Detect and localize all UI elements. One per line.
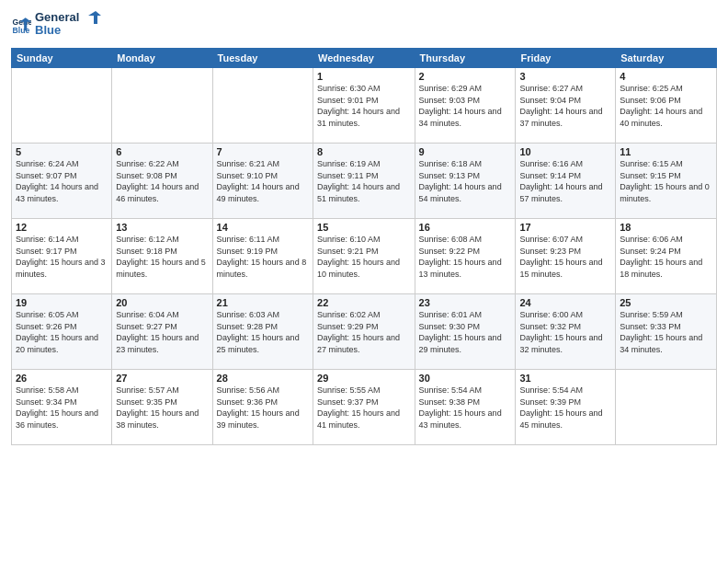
day-cell: 12Sunrise: 6:14 AM Sunset: 9:17 PM Dayli… <box>12 219 112 294</box>
svg-marker-5 <box>88 11 101 24</box>
day-info: Sunrise: 5:57 AM Sunset: 9:35 PM Dayligh… <box>116 385 208 431</box>
day-number: 1 <box>317 71 411 82</box>
weekday-header-friday: Friday <box>516 49 616 68</box>
day-cell: 20Sunrise: 6:04 AM Sunset: 9:27 PM Dayli… <box>112 294 212 370</box>
day-info: Sunrise: 6:08 AM Sunset: 9:22 PM Dayligh… <box>419 234 512 280</box>
day-number: 17 <box>519 222 611 233</box>
day-cell: 27Sunrise: 5:57 AM Sunset: 9:35 PM Dayli… <box>112 370 212 445</box>
day-cell: 28Sunrise: 5:56 AM Sunset: 9:36 PM Dayli… <box>212 370 313 445</box>
day-number: 10 <box>519 146 611 157</box>
week-row-4: 19Sunrise: 6:05 AM Sunset: 9:26 PM Dayli… <box>12 294 717 370</box>
svg-text:Blue: Blue <box>13 26 30 35</box>
day-info: Sunrise: 5:54 AM Sunset: 9:39 PM Dayligh… <box>519 385 611 431</box>
day-info: Sunrise: 6:30 AM Sunset: 9:01 PM Dayligh… <box>317 83 411 129</box>
svg-text:Blue: Blue <box>35 23 61 37</box>
day-cell: 11Sunrise: 6:15 AM Sunset: 9:15 PM Dayli… <box>616 144 717 219</box>
day-number: 9 <box>419 146 512 157</box>
day-cell: 14Sunrise: 6:11 AM Sunset: 9:19 PM Dayli… <box>212 219 313 294</box>
day-info: Sunrise: 6:14 AM Sunset: 9:17 PM Dayligh… <box>16 234 108 280</box>
week-row-5: 26Sunrise: 5:58 AM Sunset: 9:34 PM Dayli… <box>12 370 717 445</box>
day-cell <box>12 68 112 144</box>
day-number: 21 <box>217 297 309 308</box>
logo-icon: General Blue <box>11 15 31 35</box>
weekday-header-row: SundayMondayTuesdayWednesdayThursdayFrid… <box>12 49 717 68</box>
day-info: Sunrise: 6:03 AM Sunset: 9:28 PM Dayligh… <box>217 309 309 355</box>
day-cell: 7Sunrise: 6:21 AM Sunset: 9:10 PM Daylig… <box>212 144 313 219</box>
day-cell <box>616 370 717 445</box>
day-info: Sunrise: 6:00 AM Sunset: 9:32 PM Dayligh… <box>519 309 611 355</box>
day-info: Sunrise: 6:06 AM Sunset: 9:24 PM Dayligh… <box>620 234 712 280</box>
day-info: Sunrise: 6:05 AM Sunset: 9:26 PM Dayligh… <box>16 309 108 355</box>
day-cell: 3Sunrise: 6:27 AM Sunset: 9:04 PM Daylig… <box>516 68 616 144</box>
day-cell: 23Sunrise: 6:01 AM Sunset: 9:30 PM Dayli… <box>415 294 516 370</box>
day-number: 16 <box>419 222 512 233</box>
day-cell: 2Sunrise: 6:29 AM Sunset: 9:03 PM Daylig… <box>415 68 516 144</box>
day-cell <box>112 68 212 144</box>
day-cell: 6Sunrise: 6:22 AM Sunset: 9:08 PM Daylig… <box>112 144 212 219</box>
day-cell: 16Sunrise: 6:08 AM Sunset: 9:22 PM Dayli… <box>415 219 516 294</box>
day-cell: 25Sunrise: 5:59 AM Sunset: 9:33 PM Dayli… <box>616 294 717 370</box>
day-number: 4 <box>620 71 712 82</box>
weekday-header-saturday: Saturday <box>616 49 717 68</box>
day-info: Sunrise: 6:15 AM Sunset: 9:15 PM Dayligh… <box>620 158 712 204</box>
svg-text:General: General <box>35 10 79 24</box>
day-info: Sunrise: 6:04 AM Sunset: 9:27 PM Dayligh… <box>116 309 208 355</box>
day-info: Sunrise: 5:55 AM Sunset: 9:37 PM Dayligh… <box>317 385 411 431</box>
day-info: Sunrise: 5:59 AM Sunset: 9:33 PM Dayligh… <box>620 309 712 355</box>
day-number: 13 <box>116 222 208 233</box>
day-info: Sunrise: 6:29 AM Sunset: 9:03 PM Dayligh… <box>419 83 512 129</box>
day-cell: 31Sunrise: 5:54 AM Sunset: 9:39 PM Dayli… <box>516 370 616 445</box>
day-cell: 24Sunrise: 6:00 AM Sunset: 9:32 PM Dayli… <box>516 294 616 370</box>
day-cell <box>212 68 313 144</box>
day-cell: 29Sunrise: 5:55 AM Sunset: 9:37 PM Dayli… <box>313 370 415 445</box>
day-info: Sunrise: 5:56 AM Sunset: 9:36 PM Dayligh… <box>217 385 309 431</box>
day-number: 18 <box>620 222 712 233</box>
day-cell: 15Sunrise: 6:10 AM Sunset: 9:21 PM Dayli… <box>313 219 415 294</box>
calendar-page: General Blue General Blue SundayMondayTu… <box>0 0 728 563</box>
day-number: 29 <box>317 373 411 384</box>
day-number: 11 <box>620 146 712 157</box>
day-cell: 30Sunrise: 5:54 AM Sunset: 9:38 PM Dayli… <box>415 370 516 445</box>
day-cell: 1Sunrise: 6:30 AM Sunset: 9:01 PM Daylig… <box>313 68 415 144</box>
day-number: 23 <box>419 297 512 308</box>
day-info: Sunrise: 6:21 AM Sunset: 9:10 PM Dayligh… <box>217 158 309 204</box>
day-cell: 26Sunrise: 5:58 AM Sunset: 9:34 PM Dayli… <box>12 370 112 445</box>
day-info: Sunrise: 6:12 AM Sunset: 9:18 PM Dayligh… <box>116 234 208 280</box>
day-number: 7 <box>217 146 309 157</box>
day-cell: 17Sunrise: 6:07 AM Sunset: 9:23 PM Dayli… <box>516 219 616 294</box>
day-number: 6 <box>116 146 208 157</box>
day-number: 28 <box>217 373 309 384</box>
day-number: 8 <box>317 146 411 157</box>
day-info: Sunrise: 6:19 AM Sunset: 9:11 PM Dayligh… <box>317 158 411 204</box>
day-number: 24 <box>519 297 611 308</box>
day-number: 19 <box>16 297 108 308</box>
day-number: 25 <box>620 297 712 308</box>
weekday-header-thursday: Thursday <box>415 49 516 68</box>
day-number: 22 <box>317 297 411 308</box>
day-info: Sunrise: 6:18 AM Sunset: 9:13 PM Dayligh… <box>419 158 512 204</box>
day-info: Sunrise: 5:54 AM Sunset: 9:38 PM Dayligh… <box>419 385 512 431</box>
day-number: 2 <box>419 71 512 82</box>
day-cell: 10Sunrise: 6:16 AM Sunset: 9:14 PM Dayli… <box>516 144 616 219</box>
calendar-table: SundayMondayTuesdayWednesdayThursdayFrid… <box>11 48 717 445</box>
day-info: Sunrise: 6:07 AM Sunset: 9:23 PM Dayligh… <box>519 234 611 280</box>
day-number: 14 <box>217 222 309 233</box>
weekday-header-sunday: Sunday <box>12 49 112 68</box>
day-cell: 13Sunrise: 6:12 AM Sunset: 9:18 PM Dayli… <box>112 219 212 294</box>
week-row-1: 1Sunrise: 6:30 AM Sunset: 9:01 PM Daylig… <box>12 68 717 144</box>
day-cell: 19Sunrise: 6:05 AM Sunset: 9:26 PM Dayli… <box>12 294 112 370</box>
header: General Blue General Blue <box>11 9 717 40</box>
day-number: 30 <box>419 373 512 384</box>
day-info: Sunrise: 6:10 AM Sunset: 9:21 PM Dayligh… <box>317 234 411 280</box>
day-cell: 4Sunrise: 6:25 AM Sunset: 9:06 PM Daylig… <box>616 68 717 144</box>
day-number: 3 <box>519 71 611 82</box>
day-info: Sunrise: 6:01 AM Sunset: 9:30 PM Dayligh… <box>419 309 512 355</box>
day-cell: 18Sunrise: 6:06 AM Sunset: 9:24 PM Dayli… <box>616 219 717 294</box>
day-cell: 21Sunrise: 6:03 AM Sunset: 9:28 PM Dayli… <box>212 294 313 370</box>
day-number: 12 <box>16 222 108 233</box>
day-number: 31 <box>519 373 611 384</box>
day-info: Sunrise: 6:22 AM Sunset: 9:08 PM Dayligh… <box>116 158 208 204</box>
day-cell: 9Sunrise: 6:18 AM Sunset: 9:13 PM Daylig… <box>415 144 516 219</box>
day-info: Sunrise: 5:58 AM Sunset: 9:34 PM Dayligh… <box>16 385 108 431</box>
day-cell: 22Sunrise: 6:02 AM Sunset: 9:29 PM Dayli… <box>313 294 415 370</box>
